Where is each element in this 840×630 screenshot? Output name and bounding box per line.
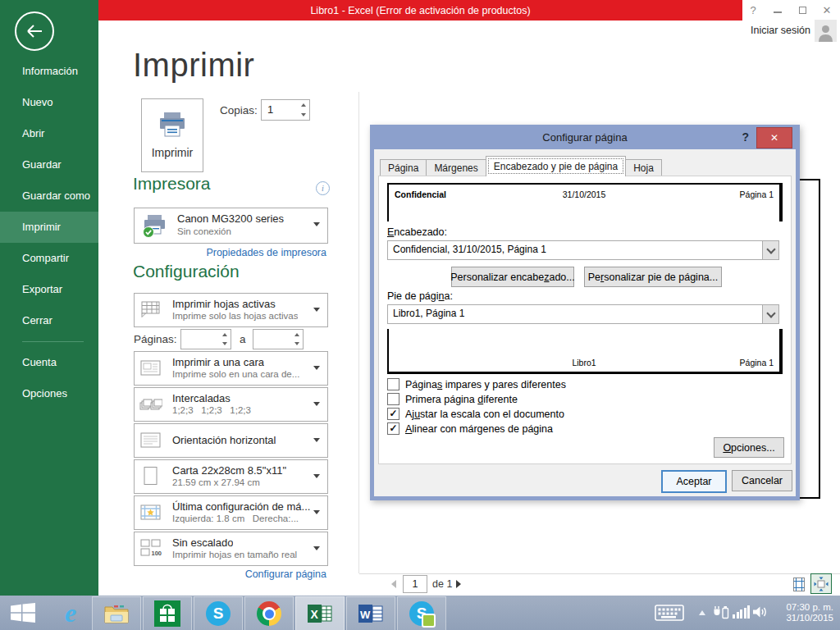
- info-icon[interactable]: i: [316, 181, 330, 195]
- checkbox-box[interactable]: ✓: [387, 408, 399, 420]
- pages-to-stepper[interactable]: [253, 329, 304, 349]
- dialog-titlebar[interactable]: Configurar página: [374, 125, 796, 149]
- start-button[interactable]: [11, 603, 35, 626]
- volume-icon[interactable]: [753, 605, 768, 622]
- back-button[interactable]: [15, 11, 54, 51]
- internet-explorer-button[interactable]: e: [56, 598, 85, 628]
- zoom-to-page-button[interactable]: [810, 573, 832, 594]
- power-icon[interactable]: [713, 605, 729, 623]
- hidden-icons-arrow[interactable]: [699, 610, 705, 615]
- current-page-input[interactable]: 1: [403, 575, 427, 593]
- word-button[interactable]: W: [346, 596, 395, 630]
- avatar[interactable]: [815, 20, 837, 42]
- print-button[interactable]: Imprimir: [141, 98, 203, 172]
- sidebar-item-informacion[interactable]: Información: [0, 56, 98, 87]
- network-signal-icon[interactable]: [733, 605, 750, 619]
- setting-paper-size[interactable]: Carta 22x28cm 8.5"x11" 21.59 cm x 27.94 …: [134, 459, 328, 494]
- checkbox-box[interactable]: ✓: [387, 422, 399, 435]
- footer-preview: Libro1 Página 1: [387, 329, 783, 374]
- store-button[interactable]: [143, 596, 192, 630]
- dropdown-arrow-icon: [313, 366, 320, 370]
- skype-button[interactable]: S: [194, 596, 243, 630]
- previous-page-icon[interactable]: [391, 580, 396, 588]
- back-arrow-icon: [25, 24, 44, 39]
- sidebar-item-imprimir[interactable]: Imprimir: [0, 212, 98, 243]
- sidebar-item-cuenta[interactable]: Cuenta: [0, 347, 98, 378]
- checkbox-odd-even[interactable]: Páginas impares y pares diferentes: [387, 378, 566, 390]
- setting-duplex[interactable]: Imprimir a una cara Imprime solo en una …: [134, 351, 328, 386]
- printer-properties-link[interactable]: Propiedades de impresora: [134, 247, 326, 258]
- combo-arrow-button[interactable]: [762, 305, 778, 323]
- setting-margins[interactable]: Última configuración de má... Izquierda:…: [134, 495, 328, 530]
- sidebar-item-guardar[interactable]: Guardar: [0, 149, 98, 180]
- tab-encabezado-pie[interactable]: Encabezado y pie de página: [486, 156, 626, 176]
- clock[interactable]: 07:30 p. m. 31/10/2015: [774, 602, 833, 623]
- taskbar: e S X W: [0, 596, 840, 630]
- show-margins-icon: [792, 577, 806, 592]
- close-icon[interactable]: ✕: [820, 3, 833, 16]
- touch-keyboard-icon[interactable]: [655, 605, 684, 624]
- titlebar[interactable]: Libro1 - Excel (Error de activación de p…: [98, 0, 742, 21]
- chrome-button[interactable]: [244, 596, 294, 630]
- page-setup-dialog: Configurar página ? ✕ Página Márgenes En…: [370, 125, 800, 500]
- setting-orientation[interactable]: Orientación horizontal: [134, 423, 328, 458]
- setting-scaling[interactable]: 100 Sin escalado Imprimir hojas en tamañ…: [134, 532, 328, 566]
- file-explorer-button[interactable]: [92, 596, 141, 630]
- checkbox-first-page[interactable]: Primera página diferente: [387, 393, 518, 405]
- window-title: Libro1 - Excel (Error de activación de p…: [310, 5, 530, 16]
- sidebar-item-opciones[interactable]: Opciones: [0, 378, 98, 409]
- sidebar-item-exportar[interactable]: Exportar: [0, 274, 98, 305]
- cancel-button[interactable]: Cancelar: [732, 470, 792, 491]
- ok-button[interactable]: Aceptar: [661, 470, 727, 493]
- restore-icon[interactable]: [796, 3, 809, 16]
- checkbox-box[interactable]: [387, 378, 399, 390]
- skype-share-button[interactable]: S: [397, 596, 446, 630]
- help-icon[interactable]: ?: [746, 3, 760, 16]
- window-controls: ? ✕: [746, 3, 833, 16]
- sidebar-item-guardar-como[interactable]: Guardar como: [0, 180, 98, 212]
- page-setup-link[interactable]: Configurar página: [134, 568, 326, 580]
- tab-hoja[interactable]: Hoja: [625, 159, 662, 176]
- tab-pagina[interactable]: Página: [380, 159, 427, 176]
- setting-collation[interactable]: Intercaladas 1;2;3 1;2;3 1;2;3: [134, 387, 328, 422]
- spin-up-icon[interactable]: [290, 330, 303, 340]
- sidebar-item-nuevo[interactable]: Nuevo: [0, 87, 98, 118]
- dropdown-arrow-icon: [313, 510, 320, 514]
- sidebar-item-abrir[interactable]: Abrir: [0, 118, 98, 149]
- combo-arrow-button[interactable]: [762, 241, 778, 259]
- chrome-icon: [257, 601, 281, 626]
- dialog-close-icon[interactable]: ✕: [756, 127, 792, 148]
- spin-down-icon[interactable]: [297, 110, 309, 120]
- checkbox-box[interactable]: [387, 393, 399, 405]
- svg-text:100: 100: [152, 550, 162, 557]
- sidebar-item-compartir[interactable]: Compartir: [0, 243, 98, 274]
- checkbox-scale-with-doc[interactable]: ✓ Ajustar la escala con el documento: [387, 408, 564, 420]
- tray-time: 07:30 p. m.: [786, 602, 833, 612]
- footer-combobox[interactable]: Libro1, Página 1: [387, 304, 779, 324]
- one-sided-icon: [139, 358, 162, 378]
- spin-down-icon[interactable]: [218, 340, 231, 349]
- header-combobox[interactable]: Confidencial, 31/10/2015, Página 1: [387, 240, 779, 260]
- minimize-icon[interactable]: [771, 3, 784, 16]
- excel-button[interactable]: X: [295, 596, 345, 630]
- sign-in-link[interactable]: Iniciar sesión: [751, 25, 810, 36]
- spin-up-icon[interactable]: [218, 330, 231, 340]
- setting-what-to-print[interactable]: Imprimir hojas activas Imprime solo las …: [134, 293, 328, 327]
- next-page-icon[interactable]: [456, 580, 461, 588]
- spin-up-icon[interactable]: [297, 100, 309, 110]
- sidebar-item-cerrar[interactable]: Cerrar: [0, 305, 98, 336]
- copies-stepper[interactable]: 1: [261, 99, 310, 121]
- page-title: Imprimir: [133, 47, 254, 84]
- tab-margenes[interactable]: Márgenes: [426, 159, 486, 176]
- pages-from-stepper[interactable]: [180, 329, 231, 349]
- options-button[interactable]: Opciones...: [714, 437, 784, 458]
- printer-selector[interactable]: Canon MG3200 series Sin conexión: [134, 208, 328, 244]
- pages-to-label: a: [240, 333, 246, 345]
- customize-header-button[interactable]: Personalizar encabezado...: [451, 267, 574, 287]
- pages-label: Páginas:: [134, 333, 177, 345]
- checkbox-align-margins[interactable]: ✓ Alinear con márgenes de página: [387, 422, 553, 435]
- dialog-help-icon[interactable]: ?: [742, 130, 749, 144]
- spin-down-icon[interactable]: [290, 340, 303, 349]
- show-margins-button[interactable]: [789, 575, 809, 594]
- customize-footer-button[interactable]: Personalizar pie de página...: [584, 267, 722, 287]
